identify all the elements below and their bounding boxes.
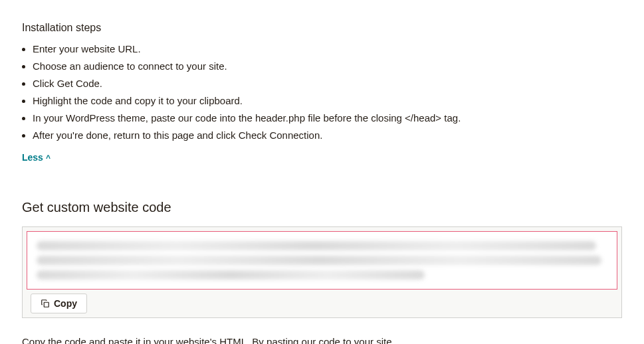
code-container: Copy <box>22 226 622 318</box>
copy-button-label: Copy <box>54 298 77 309</box>
footer-line1: Copy the code and paste it in your websi… <box>22 336 395 345</box>
blurred-code-placeholder <box>37 241 607 280</box>
less-toggle-link[interactable]: Less ^ <box>22 151 51 165</box>
svg-rect-0 <box>44 302 49 307</box>
less-toggle-label: Less <box>22 151 43 165</box>
list-item: Highlight the code and copy it to your c… <box>33 93 622 109</box>
list-item: Click Get Code. <box>33 76 622 92</box>
chevron-up-icon: ^ <box>46 154 51 162</box>
copy-icon <box>41 299 50 308</box>
code-textarea[interactable] <box>27 231 617 290</box>
list-item: After you're done, return to this page a… <box>33 128 622 143</box>
copy-button[interactable]: Copy <box>31 294 87 313</box>
list-item: In your WordPress theme, paste our code … <box>33 110 622 126</box>
installation-steps-heading: Installation steps <box>22 20 622 36</box>
custom-code-heading: Get custom website code <box>22 197 622 217</box>
list-item: Enter your website URL. <box>33 41 622 57</box>
list-item: Choose an audience to connect to your si… <box>33 58 622 74</box>
installation-steps-list: Enter your website URL. Choose an audien… <box>22 41 622 143</box>
footer-text: Copy the code and paste it in your websi… <box>22 334 487 345</box>
